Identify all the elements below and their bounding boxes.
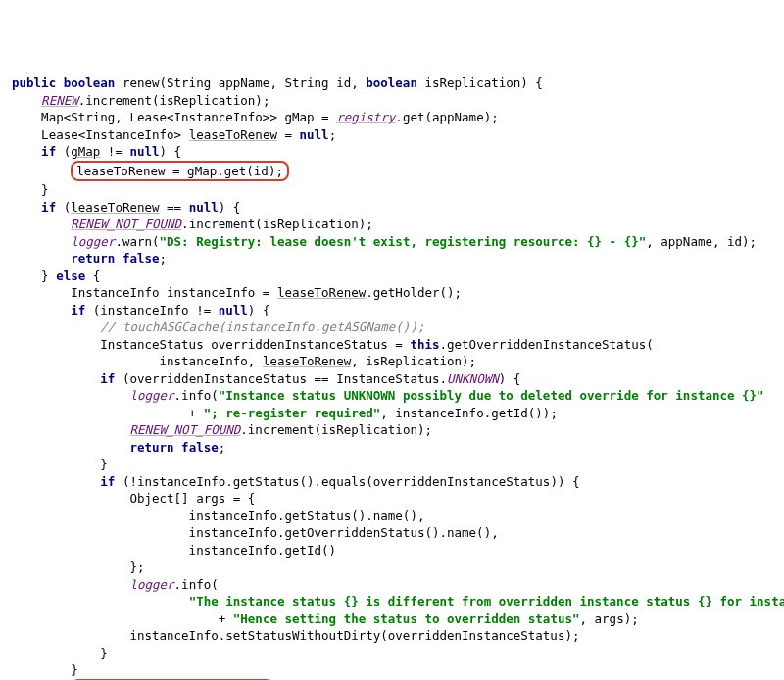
code-line: return false; — [12, 250, 772, 267]
code-line: // touchASGCache(instanceInfo.getASGName… — [12, 318, 772, 336]
code-line: instanceInfo.getStatus().name(), — [12, 508, 772, 525]
code-line: if (gMap != null) { — [12, 143, 772, 161]
code-line: } — [12, 181, 772, 199]
code-line: + "Hence setting the status to overridde… — [12, 610, 772, 628]
code-line: if (instanceInfo != null) { — [12, 302, 772, 319]
code-line: if (overriddenInstanceStatus == Instance… — [12, 370, 772, 388]
code-line: Object[] args = { — [12, 490, 772, 508]
code-line: leaseToRenew = gMap.get(id); — [12, 161, 772, 182]
code-line: public boolean renew(String appName, Str… — [12, 74, 772, 92]
code-line: logger.warn("DS: Registry: lease doesn't… — [12, 233, 772, 251]
code-line: RENEW_NOT_FOUND.increment(isReplication)… — [12, 216, 772, 233]
code-line: instanceInfo.setStatusWithoutDirty(overr… — [12, 627, 772, 645]
code-line: logger.info( — [12, 576, 772, 594]
code-line: } else { — [12, 267, 772, 285]
code-line: } — [12, 661, 772, 679]
code-block: public boolean renew(String appName, Str… — [12, 74, 772, 680]
code-line: if (!instanceInfo.getStatus().equals(ove… — [12, 473, 772, 491]
code-line: RENEW_NOT_FOUND.increment(isReplication)… — [12, 421, 772, 439]
code-line: Lease<InstanceInfo> leaseToRenew = null; — [12, 126, 772, 144]
code-line: RENEW.increment(isReplication); — [12, 92, 772, 110]
code-line: logger.info("Instance status UNKNOWN pos… — [12, 387, 772, 405]
code-line: instanceInfo.getOverriddenStatus().name(… — [12, 524, 772, 542]
code-line: instanceInfo, leaseToRenew, isReplicatio… — [12, 353, 772, 370]
code-line: instanceInfo.getId() — [12, 542, 772, 559]
code-line: if (leaseToRenew == null) { — [12, 199, 772, 217]
code-line: }; — [12, 559, 772, 576]
code-line: "The instance status {} is different fro… — [12, 593, 772, 610]
code-line: InstanceInfo instanceInfo = leaseToRenew… — [12, 284, 772, 302]
code-line: + "; re-register required", instanceInfo… — [12, 405, 772, 422]
code-line: Map<String, Lease<InstanceInfo>> gMap = … — [12, 109, 772, 126]
code-line: return false; — [12, 439, 772, 457]
highlight-box: leaseToRenew = gMap.get(id); — [71, 161, 289, 182]
code-line: } — [12, 645, 772, 662]
code-line: } — [12, 456, 772, 473]
code-line: InstanceStatus overriddenInstanceStatus … — [12, 336, 772, 354]
